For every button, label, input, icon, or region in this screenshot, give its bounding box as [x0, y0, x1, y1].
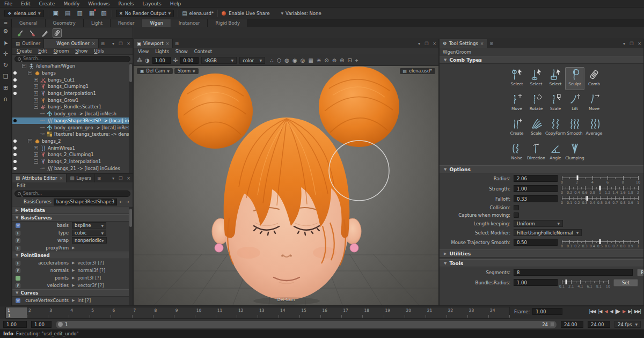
- animation-end-field[interactable]: 24.00: [588, 321, 610, 328]
- falloff-field[interactable]: 0.33: [514, 195, 558, 202]
- camera-selector[interactable]: ▣ Def Cam ▼: [137, 68, 173, 74]
- menu-item-groom[interactable]: Groom: [54, 48, 69, 54]
- tab-attribute-editor[interactable]: ▤ Attribute Editor ×: [12, 174, 67, 182]
- go-to-end-button[interactable]: ▶▶|: [634, 309, 641, 314]
- comb-type-copyform-copyform[interactable]: CopyForm: [546, 116, 565, 139]
- textured-icon[interactable]: ▦: [308, 57, 313, 64]
- scale-tool-icon[interactable]: ❏: [3, 74, 9, 80]
- slider-handle[interactable]: [599, 186, 601, 190]
- workspace-tab-geometry[interactable]: Geometry: [46, 19, 84, 27]
- add-tab-icon[interactable]: ⊞: [95, 174, 103, 182]
- menu-item-create[interactable]: Create: [17, 48, 32, 54]
- expand-arrow-icon[interactable]: ▶: [72, 246, 75, 250]
- comb-type-smooth-smooth[interactable]: Smooth: [565, 116, 584, 139]
- tree-item-bangsShape3RestSP[interactable]: →•bangsShape3RestSP -> [local] inRestSP: [12, 117, 133, 124]
- length-keeping-dropdown[interactable]: Uniform ▼: [514, 220, 563, 227]
- play-button[interactable]: ▶: [616, 307, 620, 315]
- light-default-icon[interactable]: ⊚: [332, 57, 336, 64]
- previous-frame-button[interactable]: |◀: [598, 309, 602, 314]
- render-output-selector[interactable]: ✕ No Render Output ▼: [116, 10, 174, 17]
- playback-start-field[interactable]: 1.00: [31, 321, 52, 328]
- open-stage-icon[interactable]: ▤: [64, 10, 71, 17]
- go-to-start-button[interactable]: |◀◀: [589, 309, 596, 314]
- popout-icon[interactable]: ❐: [116, 39, 125, 48]
- menu-item-edit[interactable]: Edit: [17, 183, 25, 188]
- close-icon[interactable]: ×: [59, 176, 63, 181]
- workspace-tab-general[interactable]: General: [12, 19, 46, 27]
- ae-section-curves[interactable]: ▼Curves: [12, 289, 133, 297]
- tree-item-AnimWires1[interactable]: +AnimWires1: [12, 144, 133, 151]
- popout-icon[interactable]: ❐: [422, 39, 430, 48]
- renderer-selector[interactable]: Storm ▼: [174, 68, 199, 74]
- comb-type-clumping-clumping[interactable]: Clumping: [565, 141, 584, 164]
- close-icon[interactable]: ×: [92, 41, 96, 46]
- menu-item-file[interactable]: File: [4, 1, 12, 6]
- comb-type-select-select-follicle[interactable]: Select: [526, 67, 546, 90]
- section-tools[interactable]: ▼ Tools: [440, 259, 643, 267]
- add-tab-icon[interactable]: ⊞: [487, 39, 495, 48]
- next-frame-button[interactable]: ▶: [623, 309, 625, 314]
- popout-icon[interactable]: ❐: [627, 39, 635, 48]
- ae-section-metadata[interactable]: ▶Metadata: [12, 207, 133, 214]
- tree-item-bangs_2_Clumping1[interactable]: +bangs_2_Clumping1: [12, 151, 133, 158]
- previous-key-button[interactable]: ◀: [604, 309, 607, 314]
- expand-toggle[interactable]: +: [34, 91, 38, 95]
- viewport-stage-badge[interactable]: ▤ elena.usd*: [400, 68, 435, 74]
- expand-toggle[interactable]: +: [34, 84, 38, 89]
- range-slider[interactable]: 1 24: [56, 321, 557, 328]
- expand-toggle[interactable]: −: [22, 64, 26, 68]
- strength-slider[interactable]: 00.20.40.60.811.21.41.61.82: [562, 186, 638, 195]
- set-button[interactable]: Set: [613, 279, 638, 286]
- comb-type-scale-scale-brush[interactable]: Scale: [526, 116, 546, 139]
- visibility-toggle[interactable]: [12, 167, 18, 170]
- menu-item-create[interactable]: Create: [39, 1, 55, 6]
- visibility-toggle[interactable]: [12, 78, 18, 82]
- ae-section-basiscurves[interactable]: ▼BasisCurves: [12, 214, 133, 222]
- comb-type-rotate-rotate[interactable]: Rotate: [526, 92, 546, 115]
- strength-field[interactable]: 1.00: [514, 185, 558, 192]
- select-modifier-dropdown[interactable]: FilterUsingFollicleNormal ▼: [514, 229, 582, 236]
- menu-item-show[interactable]: Show: [75, 48, 87, 54]
- expand-toggle[interactable]: −: [34, 105, 38, 109]
- visibility-toggle[interactable]: [12, 85, 18, 88]
- menu-item-panels[interactable]: Panels: [118, 1, 134, 6]
- rebuild-button[interactable]: Rebuild: [637, 269, 644, 276]
- exposure-icon[interactable]: ◑: [145, 57, 150, 63]
- chevron-down-icon[interactable]: ▾: [621, 39, 627, 48]
- workspace-tab-render[interactable]: Render: [111, 19, 142, 27]
- search-input[interactable]: Search...: [14, 56, 130, 62]
- back-arrow-icon[interactable]: ←: [119, 199, 123, 204]
- menu-item-help[interactable]: Help: [170, 1, 181, 6]
- settings-gear-icon[interactable]: ⚙: [3, 28, 9, 35]
- expand-toggle[interactable]: −: [34, 159, 38, 164]
- falloff-slider[interactable]: 00.10.20.30.40.50.60.70.80.91: [562, 196, 638, 205]
- expand-toggle[interactable]: +: [34, 152, 38, 157]
- stage-badge[interactable]: ▤ elena.usd*: [182, 10, 214, 16]
- bundles-radius-field[interactable]: 1.00: [514, 279, 558, 286]
- tree-item-body_groom_geo[interactable]: →•body_groom_geo -> [local] inRestMesh: [12, 124, 133, 131]
- ae-scrollbar[interactable]: [129, 207, 133, 305]
- stage-selector[interactable]: ❖ elena.usd ▼: [4, 10, 44, 17]
- menu-item-edit[interactable]: Edit: [21, 1, 30, 6]
- ae-section-pointbased[interactable]: ▼PointBased: [12, 252, 133, 259]
- comb-type-scale-scale[interactable]: Scale: [546, 92, 565, 115]
- tab-wgen-outliner[interactable]: Wgen Outliner ×: [44, 39, 99, 48]
- expand-toggle[interactable]: +: [34, 78, 38, 82]
- tree-item-bangs_Cut1[interactable]: +bangs_Cut1: [12, 76, 133, 83]
- next-key-button[interactable]: ▶|: [628, 309, 632, 314]
- mouse-trajectory-smooth-slider[interactable]: 00.10.20.30.40.50.60.70.80.91: [562, 239, 638, 248]
- comb-type-sculpt-sculpt[interactable]: Sculpt: [565, 67, 584, 90]
- save-flattened-icon[interactable]: ▧: [100, 10, 107, 17]
- slider-handle[interactable]: [599, 239, 601, 244]
- tree-item-body_geo[interactable]: →•body_geo -> [local] inMesh: [12, 111, 133, 117]
- live-share-button[interactable]: Enable Live Share: [222, 11, 269, 16]
- expand-toggle[interactable]: +: [34, 146, 38, 150]
- snap-tool-icon[interactable]: ⊞: [3, 85, 8, 91]
- select-tool-icon[interactable]: ➤: [2, 39, 10, 46]
- visibility-toggle[interactable]: [12, 146, 18, 150]
- save-stage-icon[interactable]: ▥: [76, 10, 83, 17]
- tab-viewport[interactable]: ▣ Viewport ×: [134, 39, 173, 48]
- tree-item-bangs_BundlesScatter1[interactable]: −bangs_BundlesScatter1: [12, 104, 133, 111]
- exposure-field[interactable]: 1.00: [152, 57, 171, 64]
- tab-tool-settings[interactable]: ⚙ Tool Settings ×: [440, 39, 487, 48]
